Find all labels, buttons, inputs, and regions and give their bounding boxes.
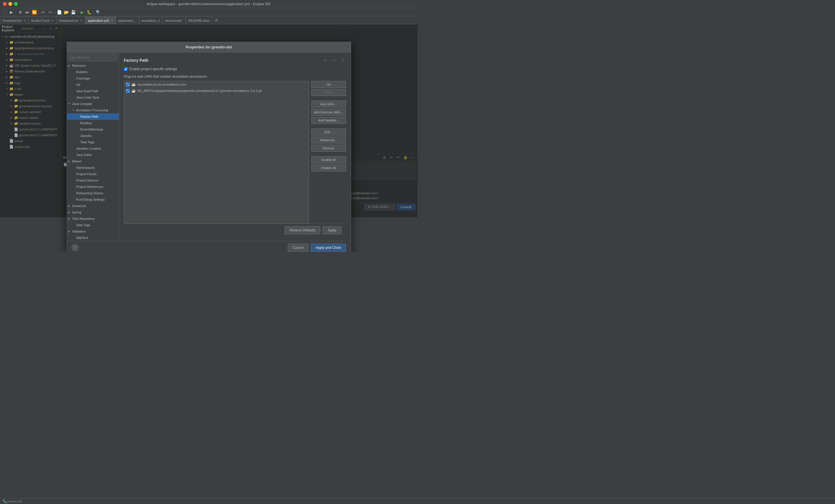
restore-defaults-button[interactable]: Restore Defaults [285,226,320,234]
nav-refactoring-history[interactable]: Refactoring History [67,190,119,196]
tab-employee[interactable]: EmployeeSer ✕ [0,17,28,24]
content-title: Factory Path [124,58,320,63]
tab-close-auction[interactable]: ✕ [52,19,54,22]
add-jars-button[interactable]: Add JARs... [311,101,346,108]
nav-task-tags-2[interactable]: Task Tags [67,222,119,228]
nav-java-editor[interactable]: Java Editor [67,152,119,158]
help-button[interactable]: ? [72,244,79,251]
jar-icon-1: ☕ [131,82,136,86]
nav-java-compiler[interactable]: ▼ Java Compiler [67,101,119,107]
forward-button[interactable]: → [331,57,338,63]
dialog-body: ▶ Resource Builders Coverage [67,52,351,241]
toolbar-btn-1[interactable]: ⬛ [1,9,7,15]
filter-input[interactable] [68,54,118,61]
tab-application-yml[interactable]: application.yml ✕ [85,17,116,24]
edit-button[interactable]: Edit... [311,128,346,135]
project-references-label: Project References [76,185,104,189]
nav-validation[interactable]: ▶ Validation [67,228,119,235]
nav-coverage[interactable]: Coverage [67,75,119,82]
tab-annotation[interactable]: annotation_n [139,17,163,24]
minimize-button[interactable] [8,2,12,6]
section-label: Plug-ins and JARs that contain annotatio… [124,75,346,79]
nav-resource[interactable]: ▶ Resource [67,62,119,69]
tab-auction[interactable]: AuctionTrave ✕ [28,17,56,24]
dialog-content-area: Factory Path ← → ⋮ Enable project specif… [119,52,351,241]
tab-close-database[interactable]: ✕ [80,19,83,22]
tab-readme[interactable]: README.adoc [186,17,212,24]
main-layout: Project Explorer Servers — □ ✕ ▼ 🗂 > gre… [0,24,418,217]
remove-button[interactable]: Remove [311,145,346,152]
close-button[interactable] [3,2,7,6]
content-header: Factory Path ← → ⋮ [124,57,346,63]
jar-item-2[interactable]: ☕ M2_REPO/org/apache/tinkerpop/gremlin-a… [124,88,309,94]
toolbar-btn-5[interactable]: ⏩ [31,9,37,15]
dialog-footer: ? Cancel Apply and Close [67,241,351,252]
toolbar-separator-5 [94,10,94,15]
project-facets-label: Project Facets [76,172,97,176]
tab-close-yml[interactable]: ✕ [111,19,113,22]
cancel-button[interactable]: Cancel [288,244,308,252]
toolbar-btn-save[interactable]: 💾 [70,9,76,15]
add-external-jars-button[interactable]: Add External JARs... [311,109,346,116]
apply-and-close-button[interactable]: Apply and Close [311,244,346,252]
toolbar-btn-new[interactable]: 📄 [56,9,62,15]
editor-tabs: EmployeeSer ✕ AuctionTrave ✕ DatabaseCon… [0,16,418,24]
advanced-button[interactable]: Advanced... [311,136,346,144]
toolbar-btn-3[interactable]: ⏸ [17,9,23,15]
dialog-actions-top: Restore Defaults Apply [124,224,346,236]
nav-git[interactable]: Git [67,82,119,88]
nav-run-debug[interactable]: Run/Debug Settings [67,196,119,203]
toolbar-btn-4[interactable]: ⏭ [24,9,30,15]
tab-dsl[interactable]: dsl-annotati [162,17,186,24]
toolbar-btn-search[interactable]: 🔍 [95,9,101,15]
nav-annotation-processing[interactable]: ▼ Annotation Processing [67,107,119,113]
up-button[interactable]: Up [311,81,346,88]
window-title: eclipse-workspace - gremlin-dsl/src/main… [146,2,271,6]
back-button[interactable]: ← [322,57,329,63]
toolbar-btn-7[interactable]: ↪ [47,9,54,15]
tab-database[interactable]: DatabaseCon ✕ [56,17,85,24]
jar-checkbox-2[interactable] [126,89,130,93]
nav-java-code-style[interactable]: Java Code Style [67,94,119,101]
down-button[interactable]: Down [311,89,346,96]
nav-task-repository[interactable]: ▶ Task Repository [67,215,119,222]
nav-builders[interactable]: Builders [67,69,119,75]
toolbar-btn-run[interactable]: ▶ [79,9,85,15]
nav-javadoc[interactable]: Javadoc [67,132,119,139]
nav-project-facets[interactable]: Project Facets [67,171,119,177]
tab-close-employee[interactable]: ✕ [23,19,26,22]
jar-item-1[interactable]: ☕ org.eclipse.jst.ws.annotations.core [124,81,309,88]
tabs-overflow[interactable]: +5 [212,17,220,24]
toolbar-btn-2[interactable]: ▶ [8,9,15,15]
nav-java-build-path[interactable]: Java Build Path [67,88,119,94]
jar-buttons: Up Down Add JARs... Add External JARs...… [311,81,346,224]
nav-spring[interactable]: ▶ Spring [67,209,119,215]
toolbar-btn-6[interactable]: ↩ [40,9,46,15]
toolbar-separator-2 [39,10,39,15]
enable-specific-checkbox[interactable] [124,67,128,71]
maximize-button[interactable] [14,2,18,6]
nav-project-natures[interactable]: Project Natures [67,177,119,184]
nav-errors-warnings[interactable]: Errors/Warnings [67,126,119,132]
window-controls[interactable] [3,2,18,6]
nav-project-references[interactable]: Project References [67,184,119,190]
nav-javadoc-location[interactable]: Javadoc Location [67,145,119,152]
enable-all-button[interactable]: Enable All [311,156,346,163]
main-toolbar: ⬛ ▶ ⏸ ⏭ ⏩ ↩ ↪ 📄 📂 💾 ▶ 🐛 🔍 [0,8,418,16]
nav-task-tags[interactable]: Task Tags [67,139,119,145]
nav-factory-path[interactable]: Factory Path [67,113,119,120]
more-button[interactable]: ⋮ [340,57,346,63]
add-variable-button[interactable]: Add Variable... [311,117,346,124]
nav-wikitext[interactable]: WikiText [67,235,119,241]
nav-building[interactable]: Building [67,120,119,126]
apply-button[interactable]: Apply [323,226,341,234]
nav-maven[interactable]: ▶ Maven [67,158,119,164]
jars-area: ☕ org.eclipse.jst.ws.annotations.core ☕ … [124,81,346,224]
nav-sonarlint[interactable]: ▶ SonarLint [67,203,119,209]
tab-application-2[interactable]: application_ [116,17,139,24]
toolbar-btn-debug[interactable]: 🐛 [86,9,92,15]
disable-all-button[interactable]: Disable All [311,164,346,171]
nav-namespaces[interactable]: Namespaces [67,164,119,171]
toolbar-btn-open[interactable]: 📂 [63,9,69,15]
jar-checkbox-1[interactable] [126,83,130,86]
